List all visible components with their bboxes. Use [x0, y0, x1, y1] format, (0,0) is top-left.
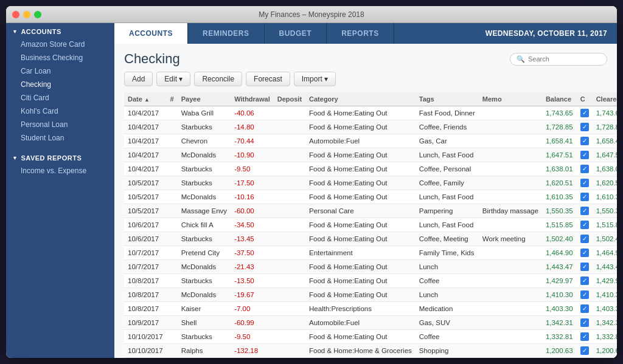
cell-payee: McDonalds — [178, 148, 231, 162]
col-category[interactable]: Category — [305, 92, 416, 106]
cell-balance: 1,200.63 — [542, 344, 577, 358]
sidebar-item-income-vs-expense[interactable]: Income vs. Expense — [6, 164, 114, 177]
search-input[interactable] — [528, 55, 601, 63]
table-row[interactable]: 10/8/2017 Starbucks -13.50 Food & Home:E… — [124, 274, 617, 288]
account-title: Checking — [124, 51, 180, 67]
col-balance[interactable]: Balance — [542, 92, 577, 106]
cell-balance: 1,403.30 — [542, 302, 577, 316]
cleared-check-icon: ✓ — [580, 235, 589, 243]
sidebar-item-car-loan[interactable]: Car Loan — [6, 64, 114, 78]
table-row[interactable]: 10/8/2017 McDonalds -19.67 Food & Home:E… — [124, 288, 617, 302]
table-row[interactable]: 10/9/2017 Shell -60.99 Automobile:Fuel G… — [124, 316, 617, 330]
cell-memo — [479, 176, 542, 190]
cell-category: Food & Home:Eating Out — [305, 232, 416, 246]
table-row[interactable]: 10/4/2017 Chevron -70.44 Automobile:Fuel… — [124, 134, 617, 148]
cell-balance: 1,550.35 — [542, 204, 577, 218]
cell-balance: 1,728.85 — [542, 120, 577, 134]
cell-tags: Coffee, Friends — [416, 120, 479, 134]
table-row[interactable]: 10/7/2017 McDonalds -21.43 Food & Home:E… — [124, 260, 617, 274]
cell-date: 10/6/2017 — [124, 218, 167, 232]
cell-date: 10/6/2017 — [124, 232, 167, 246]
tab-budget[interactable]: BUDGET — [265, 23, 327, 44]
tab-accounts[interactable]: ACCOUNTS — [114, 23, 188, 44]
app-window: My Finances – Moneyspire 2018 ▼ ACCOUNTS… — [6, 6, 617, 358]
table-row[interactable]: 10/10/2017 Ralphs -132.18 Food & Home:Ho… — [124, 344, 617, 358]
tab-reports[interactable]: REPORTS — [327, 23, 394, 44]
table-row[interactable]: 10/4/2017 McDonalds -10.90 Food & Home:E… — [124, 148, 617, 162]
cell-cleared-bal: 1,658.41 — [593, 134, 617, 148]
cleared-check-icon: ✓ — [580, 263, 589, 271]
col-tags[interactable]: Tags — [416, 92, 479, 106]
sidebar-item-business-checking[interactable]: Business Checking — [6, 51, 114, 64]
table-row[interactable]: 10/4/2017 Starbucks -9.50 Food & Home:Ea… — [124, 162, 617, 176]
import-button[interactable]: Import ▾ — [294, 72, 336, 86]
cell-deposit — [274, 302, 305, 316]
col-num[interactable]: # — [167, 92, 178, 106]
cell-tags: Coffee, Personal — [416, 162, 479, 176]
table-row[interactable]: 10/10/2017 Starbucks -9.50 Food & Home:E… — [124, 330, 617, 344]
sidebar-item-personal-loan[interactable]: Personal Loan — [6, 118, 114, 131]
sidebar-item-student-loan[interactable]: Student Loan — [6, 131, 114, 145]
table-row[interactable]: 10/8/2017 Kaiser -7.00 Health:Prescripti… — [124, 302, 617, 316]
accounts-section-header[interactable]: ▼ ACCOUNTS — [6, 23, 114, 38]
forecast-button[interactable]: Forecast — [246, 72, 290, 86]
cell-payee: Starbucks — [178, 120, 231, 134]
sidebar-item-citi-card[interactable]: Citi Card — [6, 91, 114, 105]
cleared-check-icon: ✓ — [580, 346, 589, 355]
close-button[interactable] — [12, 11, 19, 18]
cell-cleared: ✓ — [577, 120, 593, 134]
cell-deposit — [274, 344, 305, 358]
edit-button[interactable]: Edit ▾ — [156, 72, 190, 86]
cell-payee: Starbucks — [178, 232, 231, 246]
col-cleared-bal[interactable]: Cleared bal — [593, 92, 617, 106]
col-withdrawal[interactable]: Withdrawal — [231, 92, 274, 106]
col-date[interactable]: Date ▲ — [124, 92, 167, 106]
cleared-check-icon: ✓ — [580, 290, 589, 299]
table-row[interactable]: 10/10/2017 Waba Grill -31.47 Food & Home… — [124, 358, 617, 359]
tab-reminders[interactable]: REMINDERS — [188, 23, 265, 44]
cell-tags: Coffee — [416, 330, 479, 344]
sidebar-item-amazon-store-card[interactable]: Amazon Store Card — [6, 38, 114, 51]
cell-memo — [479, 358, 542, 359]
table-row[interactable]: 10/6/2017 Chick fill A -34.50 Food & Hom… — [124, 218, 617, 232]
cell-memo — [479, 120, 542, 134]
cell-date: 10/9/2017 — [124, 316, 167, 330]
cell-date: 10/8/2017 — [124, 274, 167, 288]
saved-reports-section-header[interactable]: ▼ SAVED REPORTS — [6, 149, 114, 164]
cell-cleared-bal: 1,410.30 — [593, 288, 617, 302]
col-cleared[interactable]: C — [577, 92, 593, 106]
col-deposit[interactable]: Deposit — [274, 92, 305, 106]
table-row[interactable]: 10/4/2017 Waba Grill -40.06 Food & Home:… — [124, 106, 617, 120]
minimize-button[interactable] — [23, 11, 30, 18]
cell-date: 10/5/2017 — [124, 204, 167, 218]
sidebar-item-kohls-card[interactable]: Kohl's Card — [6, 105, 114, 118]
table-row[interactable]: 10/5/2017 McDonalds -10.16 Food & Home:E… — [124, 190, 617, 204]
maximize-button[interactable] — [34, 11, 41, 18]
table-row[interactable]: 10/4/2017 Starbucks -14.80 Food & Home:E… — [124, 120, 617, 134]
cell-cleared: ✓ — [577, 358, 593, 359]
cell-category: Food & Home:Eating Out — [305, 218, 416, 232]
cell-tags: Medication — [416, 302, 479, 316]
cleared-check-icon: ✓ — [580, 318, 589, 327]
cell-num — [167, 162, 178, 176]
table-row[interactable]: 10/5/2017 Starbucks -17.50 Food & Home:E… — [124, 176, 617, 190]
col-payee[interactable]: Payee — [178, 92, 231, 106]
reconcile-button[interactable]: Reconcile — [194, 72, 242, 86]
cell-cleared-bal: 1,620.51 — [593, 176, 617, 190]
cell-memo — [479, 162, 542, 176]
cleared-check-icon: ✓ — [580, 193, 589, 201]
table-row[interactable]: 10/5/2017 Massage Envy -60.00 Personal C… — [124, 204, 617, 218]
search-box[interactable]: 🔍 — [510, 53, 607, 66]
add-button[interactable]: Add — [124, 72, 153, 86]
sidebar-item-checking[interactable]: Checking — [6, 78, 114, 91]
table-row[interactable]: 10/6/2017 Starbucks -13.45 Food & Home:E… — [124, 232, 617, 246]
cell-memo — [479, 274, 542, 288]
saved-reports-arrow-icon: ▼ — [12, 155, 18, 161]
cell-deposit — [274, 274, 305, 288]
cell-payee: McDonalds — [178, 190, 231, 204]
cell-date: 10/8/2017 — [124, 302, 167, 316]
cell-category: Food & Home:Eating Out — [305, 288, 416, 302]
col-memo[interactable]: Memo — [479, 92, 542, 106]
table-row[interactable]: 10/7/2017 Pretend City -37.50 Entertainm… — [124, 246, 617, 260]
cell-cleared: ✓ — [577, 106, 593, 120]
